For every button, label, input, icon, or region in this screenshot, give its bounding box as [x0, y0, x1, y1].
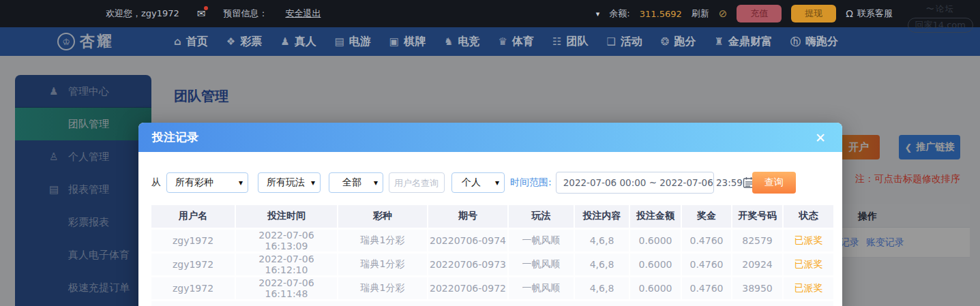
cell-draw-number: 82579 — [732, 228, 783, 252]
nav-label: 真人 — [295, 35, 316, 49]
mail-icon[interactable]: ✉ — [197, 7, 206, 20]
select-value: 全部 — [342, 177, 361, 189]
nav-label: 金鼎财富 — [728, 35, 772, 49]
balance-label: 余额: — [609, 7, 629, 20]
cell-bet-time: 2022-07-06 16:13:09 — [235, 228, 338, 252]
cell-lottery: 瑞典1分彩 — [338, 276, 428, 300]
cell-username: zgy1972 — [151, 252, 235, 276]
close-icon[interactable]: ✕ — [815, 130, 826, 145]
filter-row: 从 所有彩种 所有玩法 全部 个人 时间范围: 2022-07-06 00:00… — [151, 172, 829, 194]
site-watermark: 〜论坛 回家14.com — [908, 3, 973, 33]
cell-issue: 20220706-0973 — [428, 252, 508, 276]
navbar: ♔ 杏耀 ⌂首页 ❖彩票 ♟真人 ▤电游 ▣棋牌 ♞电竞 ♛体育 ☷团队 ❑活动… — [0, 27, 980, 56]
col-draw-number[interactable]: 开奖号码 — [732, 205, 783, 228]
nav-label: 体育 — [512, 35, 534, 49]
nav-item-lottery[interactable]: ❖彩票 — [226, 35, 262, 49]
nav-item-paofen[interactable]: ❂跑分 — [661, 35, 696, 49]
betting-records-modal: 投注记录 ✕ 从 所有彩种 所有玩法 全部 个人 时间范围: — [138, 123, 842, 306]
status-filter-select[interactable]: 全部 — [329, 172, 383, 193]
hide-balance-icon[interactable]: ⊘ — [719, 7, 728, 20]
modal-header: 投注记录 ✕ — [138, 123, 842, 152]
table-row: zgy1972 2022-07-06 16:12:10 瑞典1分彩 202207… — [151, 252, 833, 276]
cell-bet-amount: 0.6000 — [629, 252, 681, 276]
col-username[interactable]: 用户名 — [151, 205, 235, 228]
table-header-row: 用户名 投注时间 彩种 期号 玩法 投注内容 投注金额 奖金 开奖号码 状态 — [151, 205, 833, 228]
nav-menu: ⌂首页 ❖彩票 ♟真人 ▤电游 ▣棋牌 ♞电竞 ♛体育 ☷团队 ❑活动 ❂跑分 … — [174, 35, 838, 49]
tickets-icon: ❖ — [226, 35, 235, 48]
balance-caret-icon[interactable]: ▾ — [596, 10, 600, 18]
refresh-link[interactable]: 刷新 — [692, 7, 709, 20]
nav-label: 首页 — [186, 35, 208, 49]
recharge-button[interactable]: 充值 — [737, 5, 782, 22]
col-bet-time[interactable]: 投注时间 — [235, 205, 338, 228]
query-button[interactable]: 查询 — [752, 172, 796, 194]
nav-label: 活动 — [621, 35, 642, 49]
scope-select[interactable]: 个人 — [451, 172, 505, 193]
table-row: zgy1972 2022-07-06 16:11:48 瑞典1分彩 202207… — [151, 276, 833, 300]
logo-text: 杏耀 — [80, 31, 114, 52]
col-bet-content[interactable]: 投注内容 — [574, 205, 629, 228]
cell-prize: 0.4760 — [681, 252, 732, 276]
nav-label: 棋牌 — [404, 35, 426, 49]
paofen-icon: ❂ — [661, 35, 670, 48]
reserved-info-label: 预留信息： — [223, 7, 267, 20]
col-bet-amount[interactable]: 投注金额 — [629, 205, 681, 228]
nav-item-egames[interactable]: ▤电游 — [335, 35, 371, 49]
partial-next-row — [151, 301, 833, 306]
cell-bet-content: 4,6,8 — [574, 276, 629, 300]
nav-item-activity[interactable]: ❑活动 — [606, 35, 642, 49]
col-lottery[interactable]: 彩种 — [338, 205, 428, 228]
cell-issue: 20220706-0972 — [428, 276, 508, 300]
contact-service-button[interactable]: Ω 联系客服 — [846, 7, 893, 20]
from-label: 从 — [151, 177, 161, 189]
mail-badge-dot — [204, 6, 208, 10]
nav-item-jinding[interactable]: ♜金鼎财富 — [714, 35, 771, 49]
cell-username: zgy1972 — [151, 276, 235, 300]
cell-lottery: 瑞典1分彩 — [338, 228, 428, 252]
nav-label: 跑分 — [674, 35, 696, 49]
cell-bet-amount: 0.6000 — [629, 276, 681, 300]
nav-item-sports[interactable]: ♛体育 — [498, 35, 533, 49]
logout-link[interactable]: 安全退出 — [285, 7, 321, 20]
col-status[interactable]: 状态 — [783, 205, 833, 228]
cell-issue: 20220706-0974 — [428, 228, 508, 252]
play-type-select[interactable]: 所有玩法 — [258, 172, 321, 193]
nav-item-live[interactable]: ♟真人 — [280, 35, 316, 49]
username-search-input[interactable] — [389, 172, 445, 193]
card-icon: ▣ — [389, 35, 399, 48]
withdraw-button[interactable]: 提现 — [791, 5, 836, 22]
balance-value: 311.5692 — [640, 9, 682, 19]
nav-item-chess[interactable]: ▣棋牌 — [389, 35, 426, 49]
site-logo[interactable]: ♔ 杏耀 — [57, 31, 114, 52]
trophy-icon: ♛ — [498, 35, 507, 48]
time-range-value: 2022-07-06 00:00 ~ 2022-07-06 23:59 — [563, 177, 743, 188]
nav-label: 彩票 — [240, 35, 262, 49]
nav-item-esports[interactable]: ♞电竞 — [444, 35, 479, 49]
cell-play: 一帆风顺 — [508, 252, 574, 276]
nav-item-hi-paofen[interactable]: ⓗ嗨跑分 — [790, 35, 838, 49]
modal-body: 从 所有彩种 所有玩法 全部 个人 时间范围: 2022-07-06 00:00… — [138, 152, 842, 306]
col-issue[interactable]: 期号 — [428, 205, 508, 228]
person-icon: ♟ — [280, 35, 289, 48]
status-badge: 已派奖 — [783, 228, 833, 252]
cell-username: zgy1972 — [151, 228, 235, 252]
nav-item-home[interactable]: ⌂首页 — [174, 35, 208, 49]
app-screen: 欢迎您，zgy1972 ✉ 预留信息： 安全退出 ▾ 余额: 311.5692 … — [0, 0, 980, 306]
table-row: zgy1972 2022-07-06 16:13:09 瑞典1分彩 202207… — [151, 228, 833, 252]
col-play[interactable]: 玩法 — [508, 205, 574, 228]
cell-bet-time: 2022-07-06 16:11:48 — [235, 276, 338, 300]
headset-icon: Ω — [846, 8, 853, 19]
nav-label: 嗨跑分 — [805, 35, 838, 49]
cell-prize: 0.4760 — [681, 276, 732, 300]
time-range-input[interactable]: 2022-07-06 00:00 ~ 2022-07-06 23:59 — [556, 172, 714, 194]
welcome-text: 欢迎您，zgy1972 — [106, 7, 179, 20]
col-prize[interactable]: 奖金 — [681, 205, 732, 228]
contact-service-label: 联系客服 — [857, 7, 893, 20]
modal-title: 投注记录 — [152, 129, 198, 145]
lottery-type-select[interactable]: 所有彩种 — [166, 172, 248, 193]
watermark-line1: 〜论坛 — [908, 3, 973, 15]
nav-item-team[interactable]: ☷团队 — [552, 35, 588, 49]
betting-records-table: 用户名 投注时间 彩种 期号 玩法 投注内容 投注金额 奖金 开奖号码 状态 z — [151, 205, 833, 301]
gamepad-icon: ♞ — [444, 35, 453, 48]
time-range-label: 时间范围: — [510, 177, 552, 189]
